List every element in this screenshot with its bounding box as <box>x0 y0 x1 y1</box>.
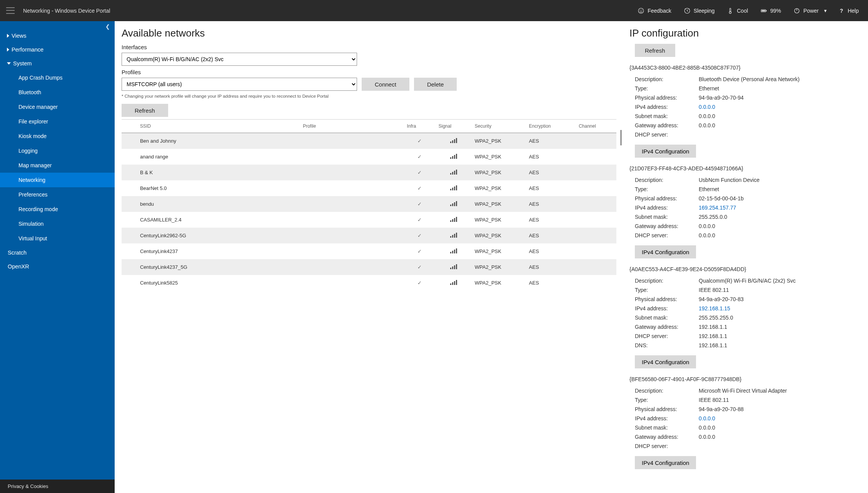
ipv4-configuration-button[interactable]: IPv4 Configuration <box>635 355 696 368</box>
row-encryption: AES <box>526 228 576 243</box>
thermal-status[interactable]: Cool <box>727 7 748 14</box>
profile-select[interactable]: MSFTCORP (all users) <box>122 78 357 91</box>
sidebar-item-file-explorer[interactable]: File explorer <box>0 114 115 129</box>
adapter-dhcp-value <box>699 130 864 139</box>
adapter-type: Type:Ethernet <box>629 84 864 93</box>
sidebar-item-recording-mode[interactable]: Recording mode <box>0 202 115 217</box>
sidebar-group-views[interactable]: Views <box>0 29 115 43</box>
row-expand-cell <box>122 165 137 180</box>
adapter-physical: Physical address:94-9a-a9-20-70-83 <box>629 295 864 304</box>
row-encryption: AES <box>526 149 576 165</box>
sidebar-item-kiosk-mode[interactable]: Kiosk mode <box>0 129 115 143</box>
networks-col-signal[interactable]: Signal <box>436 120 472 133</box>
ipv4-configuration-button[interactable]: IPv4 Configuration <box>635 245 696 258</box>
networks-col-ssid[interactable]: SSID <box>137 120 300 133</box>
sidebar-item-logging[interactable]: Logging <box>0 143 115 158</box>
sidebar-item-scratch[interactable]: Scratch <box>0 246 115 260</box>
adapter-ipv4-label: IPv4 address: <box>629 102 699 112</box>
network-row[interactable]: BearNet 5.0✓WPA2_PSKAES <box>122 180 616 196</box>
sidebar-item-preferences[interactable]: Preferences <box>0 187 115 202</box>
sidebar-item-openxr[interactable]: OpenXR <box>0 260 115 273</box>
battery-status[interactable]: 99% <box>760 7 781 14</box>
table-scrollbar[interactable] <box>616 130 623 291</box>
sidebar-item-simulation[interactable]: Simulation <box>0 217 115 231</box>
networks-col-channel[interactable]: Channel <box>576 120 616 133</box>
adapter-ipv4-value[interactable]: 0.0.0.0 <box>699 414 864 423</box>
sidebar-item-app-crash-dumps[interactable]: App Crash Dumps <box>0 70 115 85</box>
adapter-ipv4-value[interactable]: 169.254.157.77 <box>699 203 864 212</box>
sidebar-group-label: Performance <box>12 47 43 53</box>
delete-button[interactable]: Delete <box>414 78 457 91</box>
sidebar-item-device-manager[interactable]: Device manager <box>0 100 115 114</box>
row-profile <box>300 180 404 196</box>
ipv4-configuration-button[interactable]: IPv4 Configuration <box>635 145 696 158</box>
adapter-block: {21D07EF3-FF48-4CF3-ADED-44594871066A}De… <box>629 165 864 258</box>
row-ssid: CenturyLink4237 <box>137 243 300 259</box>
help-button[interactable]: ? Help <box>840 8 859 14</box>
network-row[interactable]: CASAMILLER_2.4✓WPA2_PSKAES <box>122 212 616 228</box>
row-profile <box>300 259 404 275</box>
adapter-dhcp: DHCP server:192.168.1.1 <box>629 331 864 341</box>
network-row[interactable]: CenturyLink4237_5G✓WPA2_PSKAES <box>122 259 616 275</box>
networks-col-encryption[interactable]: Encryption <box>526 120 576 133</box>
adapter-type-label: Type: <box>629 185 699 194</box>
adapter-description-value: Bluetooth Device (Personal Area Network) <box>699 75 864 84</box>
network-row[interactable]: CenturyLink5825✓WPA2_PSKAES <box>122 275 616 291</box>
ipv4-configuration-button[interactable]: IPv4 Configuration <box>635 456 696 469</box>
row-signal <box>436 149 472 165</box>
triangle-right-icon <box>7 34 9 38</box>
adapter-type-label: Type: <box>629 84 699 93</box>
adapter-description: Description:UsbNcm Function Device <box>629 175 864 185</box>
refresh-networks-button[interactable]: Refresh <box>122 104 168 117</box>
row-encryption: AES <box>526 275 576 291</box>
networks-col-security[interactable]: Security <box>472 120 526 133</box>
sidebar-item-bluetooth[interactable]: Bluetooth <box>0 85 115 100</box>
page-title: Networking - Windows Device Portal <box>23 8 110 14</box>
adapter-dhcp-value <box>699 441 864 451</box>
svg-rect-8 <box>766 10 767 11</box>
menu-icon[interactable] <box>6 7 15 15</box>
row-signal <box>436 259 472 275</box>
sidebar-group-performance[interactable]: Performance <box>0 43 115 57</box>
network-row[interactable]: Ben and Johnny✓WPA2_PSKAES <box>122 133 616 149</box>
row-channel <box>576 228 616 243</box>
sidebar-item-networking[interactable]: Networking <box>0 173 115 187</box>
network-row[interactable]: CenturyLink4237✓WPA2_PSKAES <box>122 243 616 259</box>
networks-col-profile[interactable]: Profile <box>300 120 404 133</box>
networks-table: SSIDProfileInfraSignalSecurityEncryption… <box>122 119 616 291</box>
clock-icon <box>684 7 691 14</box>
sidebar-collapse-button[interactable]: ❮ <box>105 23 110 30</box>
refresh-ipconfig-button[interactable]: Refresh <box>635 44 675 57</box>
network-row[interactable]: B & K✓WPA2_PSKAES <box>122 165 616 180</box>
adapter-ipv4-label: IPv4 address: <box>629 414 699 423</box>
sidebar-item-virtual-input[interactable]: Virtual Input <box>0 231 115 246</box>
sleeping-status[interactable]: Sleeping <box>684 7 715 14</box>
networks-col-expand[interactable] <box>122 120 137 133</box>
adapter-gateway-label: Gateway address: <box>629 322 699 331</box>
privacy-link[interactable]: Privacy & Cookies <box>0 480 115 493</box>
triangle-right-icon <box>7 48 9 52</box>
adapter-ipv4-value[interactable]: 192.168.1.15 <box>699 304 864 313</box>
networks-col-infra[interactable]: Infra <box>404 120 435 133</box>
sidebar-item-map-manager[interactable]: Map manager <box>0 158 115 173</box>
adapter-dhcp-label: DHCP server: <box>629 130 699 139</box>
adapter-id: {21D07EF3-FF48-4CF3-ADED-44594871066A} <box>629 165 864 172</box>
row-infra: ✓ <box>404 149 435 165</box>
signal-icon <box>450 201 457 206</box>
adapter-ipv4-value[interactable]: 0.0.0.0 <box>699 102 864 112</box>
row-profile <box>300 133 404 149</box>
adapter-subnet-label: Subnet mask: <box>629 423 699 432</box>
sidebar-group-system[interactable]: System <box>0 57 115 70</box>
connect-button[interactable]: Connect <box>362 78 409 91</box>
feedback-button[interactable]: Feedback <box>638 7 671 14</box>
network-row[interactable]: anand range✓WPA2_PSKAES <box>122 149 616 165</box>
row-profile <box>300 212 404 228</box>
row-infra: ✓ <box>404 228 435 243</box>
power-menu[interactable]: Power ▼ <box>793 7 828 14</box>
network-row[interactable]: CenturyLink2962-5G✓WPA2_PSKAES <box>122 228 616 243</box>
interface-select[interactable]: Qualcomm(R) Wi-Fi B/G/N/AC (2x2) Svc <box>122 53 357 66</box>
row-security: WPA2_PSK <box>472 165 526 180</box>
row-ssid: anand range <box>137 149 300 165</box>
row-infra: ✓ <box>404 180 435 196</box>
network-row[interactable]: bendu✓WPA2_PSKAES <box>122 196 616 212</box>
